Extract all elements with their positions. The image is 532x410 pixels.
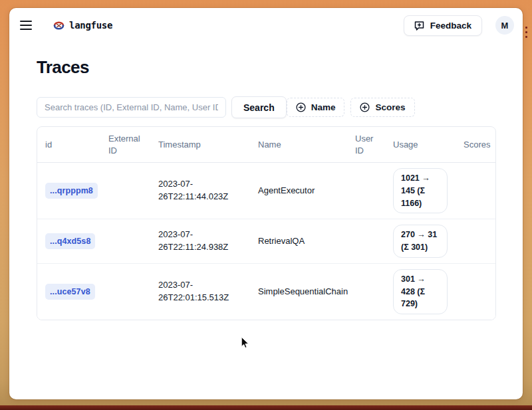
usage-badge: 301 → 428 (Σ 729) [393,269,448,314]
avatar-initial: M [501,21,509,31]
traces-table: id External ID Timestamp Name User ID Us… [37,126,496,320]
topbar: langfuse Feedback M [9,8,523,41]
external-id-cell [100,236,150,247]
brand[interactable]: langfuse [53,20,112,31]
usage-cell: 301 → 428 (Σ 729) [385,264,456,320]
trace-id-link[interactable]: ...q4xd5s8 [45,233,95,249]
name-cell: SimpleSequentialChain [250,280,347,304]
name-cell: RetrievalQA [250,230,347,253]
avatar[interactable]: M [495,16,514,35]
menu-icon[interactable] [20,15,40,35]
column-header-id: id [37,133,100,157]
usage-badge: 1021 → 145 (Σ 1166) [393,168,448,213]
filter-name-label: Name [311,102,336,112]
trace-id-link[interactable]: ...qrpppm8 [45,183,98,199]
filter-name-button[interactable]: Name [287,98,345,117]
usage-cell: 1021 → 145 (Σ 1166) [385,163,456,219]
feedback-button[interactable]: Feedback [404,15,482,36]
scores-cell [456,185,495,196]
usage-cell: 270 → 31 (Σ 301) [385,219,456,263]
plus-circle-icon [296,102,306,112]
filter-scores-label: Scores [375,102,405,112]
langfuse-logo-icon [53,21,65,31]
name-cell: AgentExecutor [250,179,347,203]
user-id-cell [347,185,385,196]
external-id-cell [100,185,150,196]
trace-id-cell: ...qrpppm8 [37,177,100,204]
frame-bottom-strip [0,405,532,410]
timestamp-cell: 2023-07-26T22:11:44.023Z [150,173,250,209]
search-button[interactable]: Search [231,96,287,118]
trace-id-cell: ...uce57v8 [37,278,100,305]
usage-badge: 270 → 31 (Σ 301) [393,225,448,258]
trace-id-cell: ...q4xd5s8 [37,228,100,255]
demo-frame: langfuse Feedback M Tr [0,0,532,410]
table-row[interactable]: ...q4xd5s8 2023-07-26T22:11:24.938Z Retr… [37,219,495,263]
brand-wordmark: langfuse [69,20,112,31]
search-input[interactable] [37,97,226,118]
user-id-cell [347,286,385,297]
user-id-cell [347,236,385,247]
message-plus-icon [414,21,424,31]
app-window: langfuse Feedback M Tr [9,8,523,399]
column-header-timestamp: Timestamp [150,133,250,157]
column-header-user-id: User ID [347,127,385,162]
scores-cell [456,236,495,247]
timestamp-cell: 2023-07-26T22:11:24.938Z [150,223,250,259]
timestamp-cell: 2023-07-26T22:01:15.513Z [150,274,250,310]
table-row[interactable]: ...uce57v8 2023-07-26T22:01:15.513Z Simp… [37,263,495,320]
column-header-scores: Scores [456,133,496,157]
column-header-name: Name [250,133,347,157]
page-title: Traces [37,57,496,78]
external-id-cell [100,286,150,297]
frame-texture-dots [525,27,527,38]
table-row[interactable]: ...qrpppm8 2023-07-26T22:11:44.023Z Agen… [37,163,495,219]
main-content: Traces Search Name [9,57,523,320]
topbar-right: Feedback M [404,15,514,36]
column-header-usage: Usage [385,133,456,157]
plus-circle-icon [360,102,370,112]
filter-scores-button[interactable]: Scores [350,98,414,117]
column-header-external-id: External ID [100,127,150,162]
table-header-row: id External ID Timestamp Name User ID Us… [37,127,495,163]
trace-id-link[interactable]: ...uce57v8 [45,284,95,300]
feedback-label: Feedback [430,21,471,31]
scores-cell [456,286,495,297]
search-row: Search Name [37,96,496,118]
